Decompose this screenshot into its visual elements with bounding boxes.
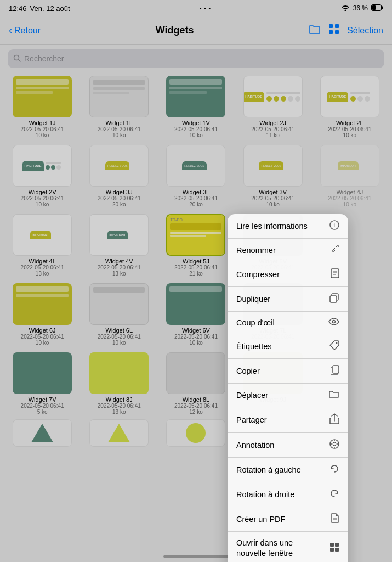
info-icon: i — [329, 220, 339, 232]
pdf-icon — [331, 513, 339, 525]
menu-item-rotate-right[interactable]: Rotation à droite — [228, 482, 348, 507]
context-menu: Lire les informations i Renommer Compres… — [228, 214, 348, 562]
menu-item-create-pdf[interactable]: Créer un PDF — [228, 507, 348, 532]
menu-item-tags[interactable]: Étiquettes — [228, 334, 348, 359]
svg-rect-11 — [331, 269, 339, 278]
svg-point-18 — [336, 342, 338, 344]
rotate-left-icon — [329, 464, 339, 476]
share-icon — [329, 413, 339, 426]
menu-item-new-window[interactable]: Ouvrir dans unenouvelle fenêtre — [228, 532, 348, 562]
tag-icon — [329, 340, 339, 352]
folder-move-icon — [328, 390, 339, 401]
menu-item-info[interactable]: Lire les informations i — [228, 214, 348, 239]
svg-text:i: i — [334, 222, 336, 228]
menu-item-copy[interactable]: Copier — [228, 359, 348, 384]
svg-point-17 — [333, 321, 336, 323]
eye-icon — [328, 318, 339, 328]
duplicate-icon — [329, 293, 339, 305]
menu-item-quicklook[interactable]: Coup d'œil — [228, 312, 348, 334]
menu-item-annotate[interactable]: Annotation — [228, 433, 348, 458]
menu-item-duplicate[interactable]: Dupliquer — [228, 287, 348, 312]
svg-rect-30 — [330, 548, 334, 552]
rotate-right-icon — [329, 488, 339, 501]
menu-item-rename[interactable]: Renommer — [228, 239, 348, 262]
svg-rect-28 — [330, 543, 334, 547]
svg-rect-29 — [335, 543, 339, 547]
menu-item-share[interactable]: Partager — [228, 407, 348, 433]
svg-rect-19 — [333, 366, 339, 373]
menu-item-compress[interactable]: Compresser — [228, 262, 348, 287]
svg-rect-31 — [335, 548, 339, 552]
new-window-icon — [329, 542, 339, 554]
copy-icon — [331, 365, 339, 377]
menu-item-move[interactable]: Déplacer — [228, 384, 348, 407]
annotation-icon — [329, 439, 339, 451]
menu-item-rotate-left[interactable]: Rotation à gauche — [228, 458, 348, 482]
compress-icon — [331, 268, 339, 280]
pencil-icon — [331, 245, 339, 256]
svg-point-21 — [333, 442, 336, 446]
svg-rect-16 — [330, 296, 337, 302]
